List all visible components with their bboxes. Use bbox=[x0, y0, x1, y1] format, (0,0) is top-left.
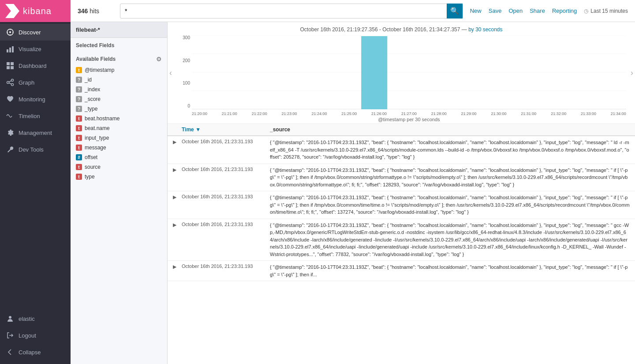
selected-fields-header: Selected Fields bbox=[71, 38, 167, 51]
time-col-header[interactable]: Time ▼ bbox=[182, 126, 270, 133]
new-button[interactable]: New bbox=[470, 7, 482, 14]
svg-point-10 bbox=[11, 79, 14, 82]
table-row: ▶ October 16th 2016, 21:23:31.193 { "@ti… bbox=[168, 219, 635, 261]
wave-icon bbox=[6, 112, 14, 120]
chart-nav-right[interactable]: › bbox=[631, 68, 633, 78]
row-time: October 16th 2016, 21:23:31.193 bbox=[182, 139, 270, 144]
field-name: _score bbox=[85, 96, 101, 102]
sidebar-item-logout[interactable]: Logout bbox=[0, 327, 71, 344]
svg-point-1 bbox=[9, 31, 11, 33]
row-source: { "@timestamp": "2016-10-17T04:23:31.193… bbox=[270, 139, 630, 161]
field-name: _type bbox=[85, 106, 97, 112]
field-item-input-type[interactable]: tinput_type bbox=[71, 133, 167, 143]
field-item-beat-hostname[interactable]: tbeat.hostname bbox=[71, 114, 167, 123]
clock-icon: ◷ bbox=[584, 8, 588, 14]
table-row: ▶ October 16th 2016, 21:23:31.193 { "@ti… bbox=[168, 191, 635, 219]
by-interval-link[interactable]: by 30 seconds bbox=[468, 26, 502, 33]
svg-rect-18 bbox=[361, 36, 387, 109]
grid-icon bbox=[6, 62, 14, 70]
sidebar-item-elastic[interactable]: elastic bbox=[0, 310, 71, 327]
collapse-icon bbox=[6, 348, 14, 356]
sidebar-item-graph[interactable]: Graph bbox=[0, 74, 71, 91]
field-item-type[interactable]: ttype bbox=[71, 172, 167, 182]
svg-rect-6 bbox=[11, 62, 14, 65]
logo-text: kibana bbox=[23, 6, 52, 16]
sidebar-item-monitoring[interactable]: Monitoring bbox=[0, 91, 71, 108]
row-source: { "@timestamp": "2016-10-17T04:23:31.193… bbox=[270, 194, 630, 216]
chart-nav-left[interactable]: ‹ bbox=[169, 68, 172, 78]
search-input[interactable] bbox=[120, 7, 447, 15]
field-name: _index bbox=[85, 86, 100, 93]
available-fields-header: Available Fields ⚙ bbox=[71, 51, 167, 65]
svg-rect-5 bbox=[7, 62, 10, 65]
chart-y-axis: 300 200 100 0 bbox=[176, 35, 192, 108]
hits-count: 346 hits bbox=[78, 7, 113, 15]
field-name: beat.hostname bbox=[85, 115, 120, 122]
svg-rect-3 bbox=[9, 48, 11, 52]
field-item-message[interactable]: tmessage bbox=[71, 143, 167, 152]
chart-x-labels: 21:20:00 21:21:00 21:22:00 21:23:00 21:2… bbox=[192, 111, 626, 116]
row-time: October 16th 2016, 21:23:31.193 bbox=[182, 167, 270, 172]
sidebar-item-visualize[interactable]: Visualize bbox=[0, 41, 71, 57]
kibana-logo-icon bbox=[5, 4, 19, 18]
expand-row-button[interactable]: ▶ bbox=[173, 139, 176, 145]
nav-items: Discover Visualize Dashboard Graph Monit… bbox=[0, 22, 71, 310]
chart-timestamp: @timestamp per 30 seconds bbox=[192, 117, 626, 122]
sidebar-item-elastic-label: elastic bbox=[19, 316, 35, 322]
field-type-badge: t bbox=[76, 115, 82, 122]
svg-rect-7 bbox=[7, 66, 10, 69]
heart-icon bbox=[6, 95, 14, 103]
sidebar-item-graph-label: Graph bbox=[19, 79, 34, 86]
share-button[interactable]: Share bbox=[530, 7, 545, 14]
row-source: { "@timestamp": "2016-10-17T04:23:31.193… bbox=[270, 222, 630, 258]
row-time: October 16th 2016, 21:23:31.193 bbox=[182, 264, 270, 269]
sidebar-item-management[interactable]: Management bbox=[0, 124, 71, 141]
logout-icon bbox=[6, 331, 14, 339]
expand-row-button[interactable]: ▶ bbox=[173, 222, 176, 228]
topbar-actions: New Save Open Share Reporting ◷ Last 15 … bbox=[470, 7, 628, 14]
field-item--timestamp[interactable]: t@timestamp bbox=[71, 65, 167, 75]
reporting-button[interactable]: Reporting bbox=[552, 7, 577, 14]
date-range-text: October 16th 2016, 21:19:27.356 - Octobe… bbox=[300, 26, 460, 33]
open-button[interactable]: Open bbox=[508, 7, 523, 14]
field-name: source bbox=[85, 164, 101, 170]
expand-col-header bbox=[173, 126, 182, 133]
sidebar-item-dashboard[interactable]: Dashboard bbox=[0, 57, 71, 74]
field-item-beat-name[interactable]: tbeat.name bbox=[71, 123, 167, 133]
sidebar-item-collapse-label: Collapse bbox=[19, 349, 41, 356]
sidebar-item-visualize-label: Visualize bbox=[19, 46, 41, 52]
time-range[interactable]: ◷ Last 15 minutes bbox=[584, 8, 628, 14]
sidebar-item-timelion[interactable]: Timelion bbox=[0, 108, 71, 124]
field-type-badge: ? bbox=[76, 106, 82, 112]
field-item--type[interactable]: ?_type bbox=[71, 104, 167, 114]
content: filebeat-* Selected Fields Available Fie… bbox=[71, 22, 635, 364]
expand-row-button[interactable]: ▶ bbox=[173, 194, 176, 200]
expand-row-button[interactable]: ▶ bbox=[173, 167, 176, 173]
search-bar: 🔍 bbox=[120, 4, 463, 19]
svg-rect-2 bbox=[7, 49, 8, 52]
logo[interactable]: kibana bbox=[0, 0, 71, 22]
nav-bottom: elastic Logout Collapse bbox=[0, 310, 71, 364]
field-item-offset[interactable]: #offset bbox=[71, 152, 167, 162]
chart-header: October 16th 2016, 21:19:27.356 - Octobe… bbox=[176, 26, 626, 33]
field-item--id[interactable]: ?_id bbox=[71, 75, 167, 85]
field-type-badge: ? bbox=[76, 77, 82, 83]
user-icon bbox=[6, 315, 14, 323]
sidebar-item-devtools-label: Dev Tools bbox=[19, 146, 44, 153]
save-button[interactable]: Save bbox=[489, 7, 502, 14]
field-item--score[interactable]: ?_score bbox=[71, 94, 167, 104]
sidebar-item-devtools[interactable]: Dev Tools bbox=[0, 141, 71, 158]
field-type-badge: ? bbox=[76, 96, 82, 102]
field-type-badge: # bbox=[76, 154, 82, 160]
search-button[interactable]: 🔍 bbox=[447, 4, 463, 19]
sidebar-item-discover[interactable]: Discover bbox=[0, 24, 71, 41]
wrench-icon bbox=[6, 145, 14, 153]
index-pattern[interactable]: filebeat-* bbox=[71, 22, 167, 38]
sidebar-item-collapse[interactable]: Collapse bbox=[0, 344, 71, 360]
field-item-source[interactable]: tsource bbox=[71, 162, 167, 172]
expand-row-button[interactable]: ▶ bbox=[173, 264, 176, 270]
table-area: Time ▼ _source ▶ October 16th 2016, 21:2… bbox=[168, 124, 635, 364]
available-fields-list: t@timestamp?_id?_index?_score?_typetbeat… bbox=[71, 65, 167, 182]
field-item--index[interactable]: ?_index bbox=[71, 85, 167, 94]
fields-gear-button[interactable]: ⚙ bbox=[156, 56, 162, 63]
